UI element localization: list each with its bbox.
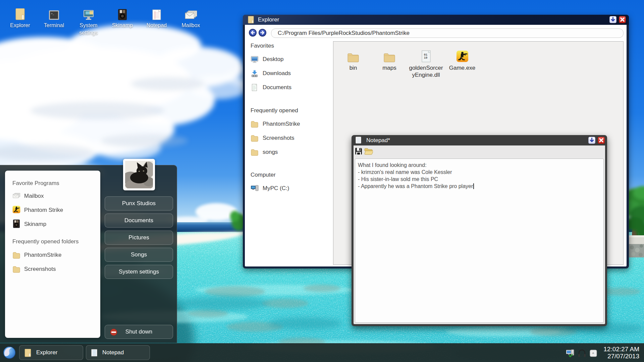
svg-text:A: A	[592, 352, 594, 355]
svg-text:01: 01	[424, 53, 427, 57]
svg-text:>_: >_	[51, 12, 54, 15]
svg-text:10: 10	[424, 56, 427, 60]
